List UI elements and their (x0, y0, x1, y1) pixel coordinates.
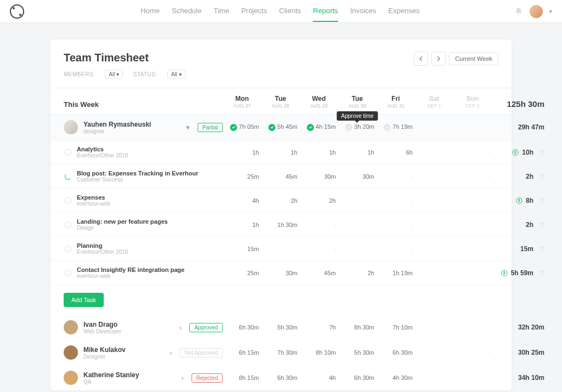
time-cell[interactable]: 5h 30m (338, 349, 376, 356)
time-cell[interactable]: - (415, 173, 453, 180)
time-cell[interactable]: 6h 30m (376, 349, 415, 356)
nav-item-schedule[interactable]: Schedule (172, 1, 201, 22)
task-name[interactable]: Blog post: Expenses Tracking in Everhour (77, 170, 198, 177)
time-cell[interactable]: 6h 30m (338, 374, 376, 381)
task-radio[interactable] (65, 246, 71, 252)
time-cell[interactable]: - (415, 197, 453, 204)
time-cell[interactable]: 6h 30m (261, 374, 300, 381)
task-radio[interactable] (65, 270, 71, 276)
time-cell[interactable]: 7h 30m (261, 349, 300, 356)
time-cell[interactable]: - (376, 221, 415, 228)
time-cell[interactable]: - (415, 270, 453, 276)
time-cell[interactable]: - (376, 173, 415, 180)
time-cell[interactable]: 1h 19m (376, 270, 415, 276)
current-week-button[interactable]: Current Week (449, 52, 498, 65)
time-cell[interactable]: - (453, 324, 492, 331)
time-cell[interactable]: 5h 45m (261, 123, 300, 131)
time-cell[interactable]: - (415, 221, 453, 228)
time-cell[interactable]: 4h (223, 197, 261, 204)
prev-week-button[interactable] (414, 52, 428, 66)
task-name[interactable]: Contact Insightly RE integration page (77, 266, 184, 273)
nav-item-time[interactable]: Time (213, 1, 229, 22)
time-cell[interactable]: 2h (261, 197, 300, 204)
nav-item-reports[interactable]: Reports (313, 1, 338, 22)
time-cell[interactable]: 1h (223, 221, 261, 228)
trash-icon[interactable] (539, 270, 544, 276)
time-cell[interactable]: 1h (261, 149, 300, 156)
time-cell[interactable]: 4h 30m (376, 374, 415, 381)
time-cell[interactable]: 1h (223, 149, 261, 156)
time-cell[interactable]: 1h (300, 149, 338, 156)
time-cell[interactable]: 1h 30m (261, 221, 300, 228)
time-cell[interactable]: - (338, 197, 376, 204)
chevron-right-icon[interactable]: › (177, 323, 184, 332)
task-name[interactable]: Analytics (77, 146, 128, 152)
nav-item-home[interactable]: Home (140, 1, 160, 22)
time-cell[interactable]: 30m (261, 270, 300, 276)
task-radio[interactable] (65, 221, 71, 228)
time-cell[interactable]: 2h (338, 270, 376, 276)
time-cell[interactable]: - (453, 349, 492, 356)
nav-item-expenses[interactable]: Expenses (389, 1, 420, 22)
add-task-button[interactable]: Add Task (64, 293, 104, 307)
task-radio[interactable] (65, 173, 71, 180)
time-cell[interactable]: - (415, 246, 453, 252)
time-cell[interactable]: - (338, 221, 376, 228)
user-avatar[interactable] (530, 5, 543, 18)
time-cell[interactable]: Approve time3h 20m (338, 123, 376, 131)
time-cell[interactable]: - (376, 246, 415, 252)
time-cell[interactable]: - (415, 124, 453, 130)
time-cell[interactable]: - (453, 221, 492, 228)
task-name[interactable]: Landing: new per feature pages (77, 218, 168, 225)
time-cell[interactable]: - (453, 197, 492, 204)
task-radio[interactable] (65, 197, 71, 204)
nav-item-clients[interactable]: Clients (279, 1, 301, 22)
time-cell[interactable]: - (415, 374, 453, 381)
time-cell[interactable]: 6h 30m (223, 324, 261, 331)
time-cell[interactable]: 7h (300, 324, 338, 331)
time-cell[interactable]: 30m (338, 173, 376, 180)
chevron-right-icon[interactable]: › (167, 349, 174, 357)
trash-icon[interactable] (539, 222, 544, 228)
time-cell[interactable]: 7h 19m (376, 123, 415, 131)
members-filter[interactable]: All ▾ (105, 70, 123, 79)
task-radio[interactable] (65, 149, 71, 156)
nav-item-invoices[interactable]: Invoices (350, 1, 376, 22)
time-cell[interactable]: - (300, 221, 338, 228)
trash-icon[interactable] (539, 198, 544, 203)
time-cell[interactable]: 2h (300, 197, 338, 204)
status-filter[interactable]: All ▾ (167, 70, 186, 79)
task-name[interactable]: Planning (77, 242, 128, 249)
time-cell[interactable]: 7h 05m (223, 123, 261, 131)
time-cell[interactable]: 45m (300, 270, 338, 276)
trash-icon[interactable] (539, 150, 544, 155)
time-cell[interactable]: 15m (223, 246, 261, 252)
next-week-button[interactable] (431, 52, 446, 66)
time-cell[interactable]: - (453, 270, 492, 276)
time-cell[interactable]: - (300, 246, 338, 252)
time-cell[interactable]: - (415, 349, 453, 356)
time-cell[interactable]: 5h 30m (261, 324, 300, 331)
app-logo[interactable] (10, 4, 24, 19)
time-cell[interactable]: 1h (338, 149, 376, 156)
trash-icon[interactable] (539, 246, 544, 252)
notifications-icon[interactable] (514, 7, 523, 16)
time-cell[interactable]: - (453, 173, 492, 180)
time-cell[interactable]: 4h 15m (300, 123, 338, 131)
time-cell[interactable]: - (415, 149, 453, 156)
chevron-right-icon[interactable]: › (179, 374, 186, 382)
time-cell[interactable]: 6h 15m (223, 349, 261, 356)
time-cell[interactable]: - (453, 246, 492, 252)
time-cell[interactable]: - (453, 149, 492, 156)
time-cell[interactable]: 30m (300, 173, 338, 180)
time-cell[interactable]: - (453, 124, 492, 130)
time-cell[interactable]: - (376, 197, 415, 204)
time-cell[interactable]: - (453, 374, 492, 381)
time-cell[interactable]: 25m (223, 173, 261, 180)
time-cell[interactable]: 4h (300, 374, 338, 381)
chevron-down-icon[interactable]: ▾ (184, 123, 192, 132)
time-cell[interactable]: - (338, 246, 376, 252)
time-cell[interactable]: 8h 10m (300, 349, 338, 356)
time-cell[interactable]: 8h 15m (223, 374, 261, 381)
time-cell[interactable]: 6h (376, 149, 415, 156)
